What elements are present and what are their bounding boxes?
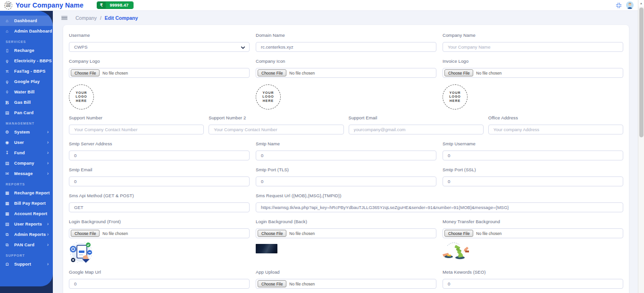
smtp-email-input[interactable] bbox=[69, 176, 250, 186]
sidebar-item-bill-pay-report[interactable]: ▦ Bill Pay Report bbox=[0, 198, 53, 209]
breadcrumb-parent[interactable]: Company bbox=[75, 15, 97, 21]
choose-file-button[interactable]: Choose File bbox=[71, 69, 100, 76]
sms-request-url-input[interactable] bbox=[256, 202, 623, 212]
scrollbar-up-arrow[interactable]: ▲ bbox=[638, 0, 644, 7]
smtp-email-label: Smtp Email bbox=[69, 167, 250, 172]
file-status: No file chosen bbox=[102, 71, 128, 75]
invoice-logo-preview: YOUR LOGO HERE bbox=[443, 84, 468, 109]
smtp-name-input[interactable] bbox=[256, 151, 436, 160]
smtp-port-tls-input[interactable] bbox=[256, 176, 436, 186]
company-name-input[interactable] bbox=[443, 42, 623, 52]
sidebar-item-label: PAN Card bbox=[14, 243, 34, 247]
support-number2-input[interactable] bbox=[209, 125, 343, 134]
username-select[interactable]: CWPS bbox=[69, 42, 250, 52]
chevron-right-icon: › bbox=[47, 171, 49, 176]
logo-line: YOUR bbox=[262, 91, 274, 95]
sidebar-item-admin-dashboard[interactable]: ⌂ Admin Dashboard bbox=[0, 26, 53, 36]
sidebar-item-fund[interactable]: ↧ Fund › bbox=[0, 148, 53, 158]
logo-line: HERE bbox=[6, 6, 11, 8]
sidebar-item-account-report[interactable]: ▦ Account Report bbox=[0, 209, 53, 219]
sms-api-method-label: Sms Api Method (GET & POST) bbox=[69, 193, 250, 198]
sidebar-item-system[interactable]: ⚙ System › bbox=[0, 127, 53, 137]
hamburger-menu-icon[interactable] bbox=[61, 16, 67, 20]
smtp-port-ssl-input[interactable] bbox=[443, 176, 623, 186]
avatar[interactable] bbox=[626, 1, 634, 9]
sidebar-item-label: FasTag - BBPS bbox=[14, 69, 45, 74]
login-bg-back-file-input[interactable]: Choose File No file chosen bbox=[256, 228, 436, 238]
smtp-server-label: Smtp Server Address bbox=[69, 141, 250, 146]
logo-line: LOGO bbox=[75, 95, 87, 99]
invoice-logo-file-input[interactable]: Choose File No file chosen bbox=[443, 68, 623, 78]
users-icon: ◉ bbox=[0, 141, 14, 145]
sidebar-item-pan-card[interactable]: ▤ Pan Card bbox=[0, 108, 53, 118]
choose-file-button[interactable]: Choose File bbox=[444, 69, 473, 76]
app-upload-label: App Upload bbox=[256, 269, 436, 275]
sidebar-item-water-bill[interactable]: ◊ Water Bill bbox=[0, 87, 53, 97]
login-bg-front-file-input[interactable]: Choose File No file chosen bbox=[69, 228, 250, 238]
sidebar-item-dashboard[interactable]: ⌂ Dashboard bbox=[0, 16, 53, 26]
money-transfer-preview-image bbox=[443, 242, 470, 260]
edit-company-form-card: Username CWPS Domain Name Company Name C… bbox=[63, 25, 629, 293]
brand[interactable]: YOUR LOGO HERE Your Company Name bbox=[0, 1, 84, 9]
sidebar-item-user[interactable]: ◉ User › bbox=[0, 137, 53, 148]
company-logo-file-input[interactable]: Choose File No file chosen bbox=[69, 68, 250, 78]
copy-icon: ⧉ bbox=[0, 233, 14, 237]
sidebar-item-pan-card-reports[interactable]: ⧉ PAN Card › bbox=[0, 240, 53, 250]
sidebar-item-user-reports[interactable]: ▤ User Reports › bbox=[0, 219, 53, 229]
meta-keywords-input[interactable] bbox=[443, 279, 623, 289]
sidebar-item-gas-bill[interactable]: B Gas Bill bbox=[0, 97, 53, 108]
file-icon: ▤ bbox=[0, 161, 14, 166]
sidebar-backdrop: ⌂ Dashboard ⌂ Admin Dashboard SERVICES ▯… bbox=[0, 11, 53, 293]
meta-keywords-label: Meta Kewords (SEO) bbox=[443, 269, 623, 275]
support-email-input[interactable] bbox=[349, 125, 484, 134]
logo-line: HERE bbox=[450, 99, 460, 103]
money-transfer-bg-file-input[interactable]: Choose File No file chosen bbox=[443, 228, 623, 238]
support-number-input[interactable] bbox=[69, 125, 204, 134]
smtp-port-tls-label: Smtp Port (TLS) bbox=[256, 167, 436, 172]
sidebar-item-company[interactable]: ▤ Company › bbox=[0, 158, 53, 168]
sidebar-item-support[interactable]: Ω Support › bbox=[0, 259, 53, 269]
chevron-right-icon: › bbox=[47, 130, 49, 134]
office-address-input[interactable] bbox=[488, 125, 623, 134]
sidebar-item-fastag-bbps[interactable]: π FasTag - BBPS bbox=[0, 66, 53, 76]
sidebar-item-message[interactable]: ✉ Message › bbox=[0, 168, 53, 179]
support-number-label: Support Number bbox=[69, 115, 204, 120]
support-email-label: Support Email bbox=[349, 115, 484, 120]
scrollbar-thumb[interactable] bbox=[639, 8, 644, 137]
choose-file-button[interactable]: Choose File bbox=[71, 230, 100, 237]
choose-file-button[interactable]: Choose File bbox=[258, 230, 286, 237]
choose-file-button[interactable]: Choose File bbox=[258, 280, 286, 287]
choose-file-button[interactable]: Choose File bbox=[258, 69, 286, 76]
sidebar-item-label: Recharge Report bbox=[14, 191, 50, 195]
sms-api-method-input[interactable] bbox=[69, 202, 250, 212]
file-status: No file chosen bbox=[289, 282, 315, 286]
smtp-username-input[interactable] bbox=[443, 151, 623, 160]
smtp-server-input[interactable] bbox=[69, 151, 250, 160]
fund-icon: ↧ bbox=[0, 151, 14, 155]
smtp-port-ssl-label: Smtp Port (SSL) bbox=[443, 167, 623, 172]
file-status: No file chosen bbox=[476, 231, 502, 236]
company-name-label: Company Name bbox=[443, 33, 623, 38]
choose-file-button[interactable]: Choose File bbox=[444, 230, 473, 237]
sms-request-url-label: Sms Request Url ({MOB},{MSG},{TMPID}) bbox=[256, 193, 623, 198]
sidebar-item-google-play[interactable]: ϙ Google Play bbox=[0, 76, 53, 87]
home-icon: ⌂ bbox=[0, 19, 14, 23]
sidebar-item-admin-reports[interactable]: ⧉ Admin Reports › bbox=[0, 229, 53, 240]
sidebar-item-label: Recharge bbox=[14, 48, 34, 53]
wallet-balance-badge[interactable]: ₹ 99998.47 bbox=[97, 1, 134, 9]
google-map-url-input[interactable] bbox=[69, 279, 250, 289]
sidebar-item-label: Message bbox=[14, 171, 33, 176]
app-upload-file-input[interactable]: Choose File No file chosen bbox=[256, 279, 436, 289]
smtp-name-label: Smtp Name bbox=[256, 141, 436, 146]
domain-name-input[interactable] bbox=[256, 42, 436, 52]
smtp-username-label: Smtp Username bbox=[443, 141, 623, 146]
rupee-icon: ₹ bbox=[97, 2, 106, 8]
company-icon-file-input[interactable]: Choose File No file chosen bbox=[256, 68, 436, 78]
domain-name-label: Domain Name bbox=[256, 33, 436, 38]
fullscreen-icon[interactable] bbox=[616, 2, 622, 8]
breadcrumb: Company / Edit Company bbox=[75, 15, 138, 21]
sidebar-item-recharge[interactable]: ▯ Recharge bbox=[0, 45, 53, 56]
sidebar-item-electricity-bbps[interactable]: ϙ Electricity - BBPS bbox=[0, 56, 53, 66]
sidebar-item-recharge-report[interactable]: ▦ Recharge Report bbox=[0, 188, 53, 198]
company-logo-label: Company Logo bbox=[69, 59, 250, 64]
